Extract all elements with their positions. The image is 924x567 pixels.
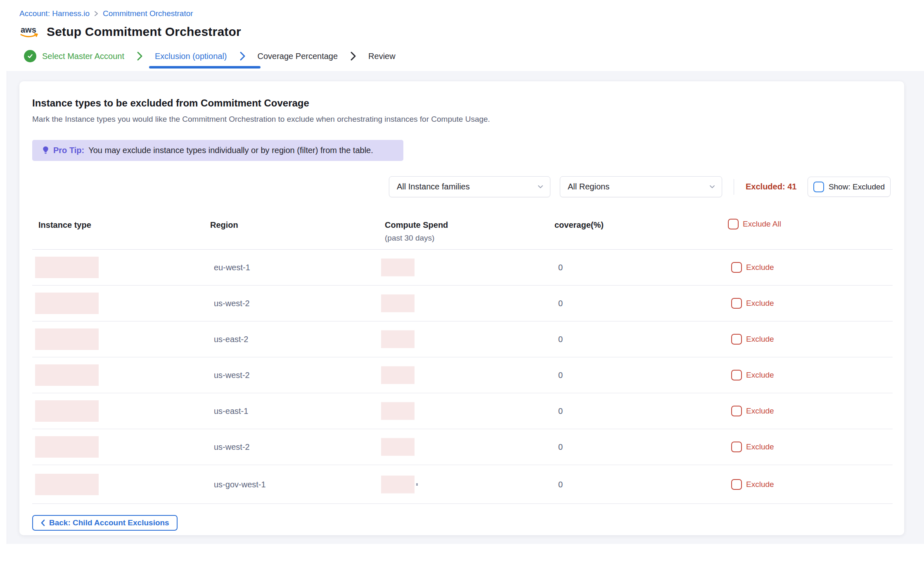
- coverage-cell: 0: [558, 335, 563, 344]
- exclude-all-control[interactable]: Exclude All: [728, 219, 781, 229]
- show-excluded-toggle[interactable]: Show: Excluded: [808, 177, 891, 197]
- exclude-checkbox[interactable]: [731, 370, 742, 380]
- compute-spend-redacted: [381, 438, 415, 456]
- exclusion-panel: Instance types to be excluded from Commi…: [19, 81, 904, 535]
- exclude-checkbox[interactable]: [731, 442, 742, 452]
- spend-dot: [416, 483, 418, 486]
- step-select-master-account[interactable]: Select Master Account: [24, 41, 124, 71]
- instance-type-redacted: [35, 474, 99, 495]
- region-cell: eu-west-1: [214, 263, 250, 272]
- instance-table: eu-west-1 0 Exclude us-west-2 0 Exclude …: [32, 249, 893, 504]
- regions-dropdown[interactable]: All Regions: [560, 176, 722, 197]
- chevron-down-icon: [709, 185, 715, 189]
- pro-tip-label: Pro Tip:: [53, 146, 84, 155]
- exclude-label: Exclude: [746, 442, 774, 451]
- exclude-control[interactable]: Exclude: [731, 370, 774, 380]
- exclude-label: Exclude: [746, 263, 774, 272]
- exclude-checkbox[interactable]: [731, 479, 742, 490]
- exclude-all-checkbox[interactable]: [728, 219, 739, 229]
- compute-spend-redacted: [381, 295, 415, 312]
- table-row: us-east-2 0 Exclude: [32, 321, 893, 357]
- table-row: us-west-2 0 Exclude: [32, 429, 893, 465]
- step-exclusion[interactable]: Exclusion (optional): [155, 41, 227, 71]
- step-label: Select Master Account: [42, 52, 124, 61]
- page-header: Account: Harness.io Commitment Orchestra…: [0, 0, 924, 41]
- column-header-compute-spend-sub: (past 30 days): [385, 234, 434, 243]
- excluded-count: Excluded: 41: [746, 176, 796, 197]
- content-area: Instance types to be excluded from Commi…: [0, 71, 924, 544]
- coverage-cell: 0: [558, 299, 563, 308]
- exclude-checkbox[interactable]: [731, 262, 742, 273]
- breadcrumb-account-link[interactable]: Account: Harness.io: [19, 9, 90, 18]
- region-cell: us-east-1: [214, 406, 248, 416]
- region-cell: us-west-2: [214, 371, 250, 380]
- page: Account: Harness.io Commitment Orchestra…: [0, 0, 924, 567]
- exclude-label: Exclude: [746, 480, 774, 489]
- instance-type-redacted: [35, 436, 99, 458]
- chevron-down-icon: [538, 185, 543, 189]
- aws-logo-icon: aws: [19, 25, 40, 39]
- page-title: Setup Commitment Orchestrator: [47, 25, 241, 39]
- table-row: us-west-2 0 Exclude: [32, 286, 893, 321]
- column-header-instance-type: Instance type: [38, 220, 91, 230]
- step-label: Exclusion (optional): [155, 52, 227, 61]
- breadcrumb-page-link[interactable]: Commitment Orchestrator: [103, 9, 193, 18]
- title-row: aws Setup Commitment Orchestrator: [19, 22, 924, 41]
- exclude-control[interactable]: Exclude: [731, 298, 774, 309]
- back-button-label: Back: Child Account Exclusions: [49, 518, 169, 527]
- column-header-region: Region: [210, 220, 238, 230]
- compute-spend-redacted: [381, 402, 415, 420]
- step-label: Coverage Percentage: [258, 52, 338, 61]
- stepper: Select Master Account Exclusion (optiona…: [0, 41, 924, 71]
- instance-families-dropdown[interactable]: All Instance families: [389, 176, 550, 197]
- svg-text:aws: aws: [21, 25, 36, 34]
- column-header-compute-spend: Compute Spend: [385, 220, 448, 230]
- show-excluded-checkbox[interactable]: [813, 182, 824, 192]
- step-label: Review: [368, 52, 396, 61]
- chevron-left-icon: [40, 519, 45, 527]
- exclude-label: Exclude: [746, 371, 774, 380]
- region-cell: us-west-2: [214, 299, 250, 308]
- instance-type-redacted: [35, 328, 99, 350]
- table-row: us-gov-west-1 0 Exclude: [32, 465, 893, 504]
- table-row: us-west-2 0 Exclude: [32, 357, 893, 393]
- step-chevron-icon: [349, 51, 357, 61]
- coverage-cell: 0: [558, 263, 563, 272]
- step-coverage-percentage[interactable]: Coverage Percentage: [258, 41, 338, 71]
- exclude-all-label: Exclude All: [743, 220, 781, 229]
- exclude-label: Exclude: [746, 406, 774, 416]
- back-button[interactable]: Back: Child Account Exclusions: [32, 515, 178, 531]
- exclude-control[interactable]: Exclude: [731, 479, 774, 490]
- panel-subtitle: Mark the Instance types you would like t…: [32, 115, 490, 124]
- pro-tip-banner: Pro Tip: You may exclude instance types …: [32, 140, 403, 161]
- compute-spend-redacted: [381, 475, 415, 493]
- step-chevron-icon: [136, 51, 143, 61]
- table-row: us-east-1 0 Exclude: [32, 393, 893, 429]
- region-cell: us-east-2: [214, 335, 248, 344]
- compute-spend-redacted: [381, 259, 415, 276]
- coverage-cell: 0: [558, 406, 563, 416]
- exclude-checkbox[interactable]: [731, 334, 742, 345]
- region-cell: us-west-2: [214, 442, 250, 452]
- collapsed-sidebar-rail: [0, 71, 7, 544]
- panel-title: Instance types to be excluded from Commi…: [32, 97, 309, 109]
- breadcrumb: Account: Harness.io Commitment Orchestra…: [19, 9, 924, 18]
- exclude-checkbox[interactable]: [731, 406, 742, 416]
- compute-spend-redacted: [381, 331, 415, 348]
- show-excluded-label: Show: Excluded: [829, 182, 885, 191]
- exclude-checkbox[interactable]: [731, 298, 742, 309]
- region-cell: us-gov-west-1: [214, 480, 266, 489]
- lightbulb-icon: [42, 146, 49, 156]
- instance-type-redacted: [35, 400, 99, 422]
- exclude-control[interactable]: Exclude: [731, 406, 774, 416]
- step-review[interactable]: Review: [368, 41, 396, 71]
- exclude-label: Exclude: [746, 299, 774, 308]
- breadcrumb-chevron-icon: [94, 10, 99, 17]
- exclude-control[interactable]: Exclude: [731, 262, 774, 273]
- coverage-cell: 0: [558, 442, 563, 452]
- table-row: eu-west-1 0 Exclude: [32, 250, 893, 286]
- pro-tip-text: You may exclude instance types individua…: [88, 146, 373, 155]
- exclude-control[interactable]: Exclude: [731, 334, 774, 345]
- regions-value: All Regions: [568, 182, 609, 191]
- exclude-control[interactable]: Exclude: [731, 442, 774, 452]
